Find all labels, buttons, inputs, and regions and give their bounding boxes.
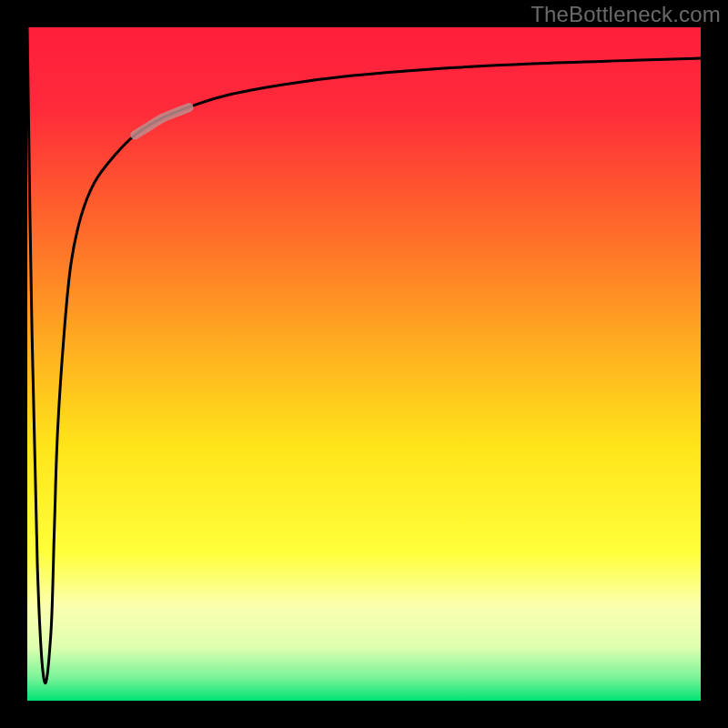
chart-svg (27, 27, 701, 701)
plot-area (27, 27, 701, 701)
watermark-text: TheBottleneck.com (531, 2, 721, 27)
chart-frame: TheBottleneck.com (0, 0, 728, 728)
gradient-background (27, 27, 701, 701)
